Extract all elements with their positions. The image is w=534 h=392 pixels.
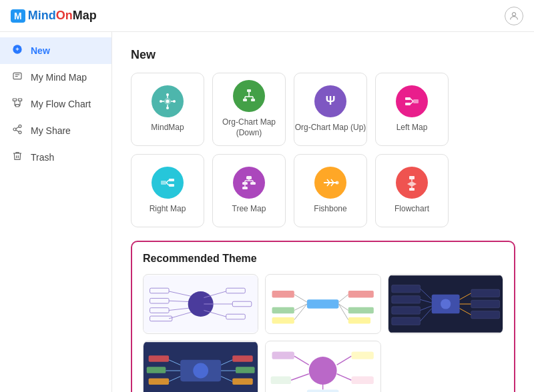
svg-text:Ψ: Ψ xyxy=(326,94,336,107)
svg-point-24 xyxy=(166,93,169,96)
svg-rect-36 xyxy=(405,97,411,100)
svg-rect-119 xyxy=(147,367,166,373)
svg-rect-89 xyxy=(272,317,294,324)
sidebar-item-label-my-share: My Share xyxy=(31,125,71,136)
my-mind-map-icon xyxy=(11,71,24,84)
svg-point-13 xyxy=(19,125,21,127)
map-type-left-map[interactable]: Left Map xyxy=(375,73,449,146)
svg-rect-131 xyxy=(272,351,294,359)
svg-rect-3 xyxy=(13,73,21,79)
main-content: + New My Mind Map My Flow Chart My Share xyxy=(0,32,534,392)
sidebar-item-label-new: New xyxy=(31,45,50,56)
mindmap-label: MindMap xyxy=(151,123,184,133)
left-map-label: Left Map xyxy=(396,123,428,133)
map-types-grid: MindMap Org-Chart Map(Down) xyxy=(131,73,515,227)
svg-point-115 xyxy=(193,363,208,379)
svg-line-17 xyxy=(16,127,19,129)
right-map-icon xyxy=(152,167,184,199)
top-bar: M MindOnMap xyxy=(0,0,534,32)
content-area: New xyxy=(112,32,534,392)
sidebar-item-my-mind-map[interactable]: My Mind Map xyxy=(0,64,111,91)
svg-rect-29 xyxy=(243,99,247,101)
map-type-org-chart-down[interactable]: Org-Chart Map(Down) xyxy=(212,73,286,146)
svg-rect-91 xyxy=(348,291,374,297)
svg-rect-110 xyxy=(471,300,499,307)
svg-point-0 xyxy=(512,12,515,15)
svg-rect-8 xyxy=(15,105,19,107)
svg-rect-47 xyxy=(242,182,248,185)
svg-rect-97 xyxy=(391,285,420,292)
svg-rect-121 xyxy=(149,378,169,385)
svg-rect-41 xyxy=(169,179,174,181)
sidebar-item-label-my-flow-chart: My Flow Chart xyxy=(31,99,91,109)
svg-rect-98 xyxy=(391,296,420,303)
org-chart-up-icon: Ψ xyxy=(314,85,346,117)
svg-marker-62 xyxy=(407,181,417,187)
svg-rect-30 xyxy=(251,99,255,101)
tree-map-icon xyxy=(233,167,265,199)
left-map-icon xyxy=(396,85,428,117)
map-type-right-map[interactable]: Right Map xyxy=(131,154,204,227)
my-flow-chart-icon xyxy=(11,97,24,111)
svg-point-25 xyxy=(166,107,169,109)
svg-rect-46 xyxy=(246,176,252,179)
svg-rect-139 xyxy=(307,390,339,392)
svg-line-16 xyxy=(16,130,19,132)
svg-rect-95 xyxy=(348,317,370,324)
recommended-section: Recommended Theme xyxy=(131,241,515,392)
svg-rect-137 xyxy=(352,377,374,384)
map-type-fishbone[interactable]: Fishbone xyxy=(294,154,367,227)
map-type-org-chart-up[interactable]: Ψ Org-Chart Map (Up) xyxy=(294,73,367,146)
my-share-icon xyxy=(11,124,24,137)
svg-text:+: + xyxy=(15,46,19,53)
svg-rect-6 xyxy=(13,99,16,101)
map-type-tree-map[interactable]: Tree Map xyxy=(212,154,286,227)
sidebar-item-label-trash: Trash xyxy=(31,152,54,163)
svg-rect-100 xyxy=(391,317,420,325)
flowchart-label: Flowchart xyxy=(394,204,429,215)
svg-point-15 xyxy=(19,131,21,134)
logo[interactable]: M MindOnMap xyxy=(11,9,97,23)
sidebar-item-my-flow-chart[interactable]: My Flow Chart xyxy=(0,91,111,117)
svg-rect-38 xyxy=(413,99,419,103)
svg-rect-123 xyxy=(232,355,252,362)
org-chart-up-label: Org-Chart Map (Up) xyxy=(295,123,366,133)
sidebar-item-my-share[interactable]: My Share xyxy=(0,117,111,144)
map-type-mindmap[interactable]: MindMap xyxy=(131,73,204,146)
svg-point-60 xyxy=(336,181,339,185)
sidebar-item-new[interactable]: + New xyxy=(0,37,111,64)
svg-line-44 xyxy=(166,180,169,183)
svg-rect-125 xyxy=(236,367,255,373)
svg-point-129 xyxy=(309,357,337,385)
svg-point-19 xyxy=(166,100,170,103)
fishbone-icon xyxy=(314,167,346,199)
theme-card-4[interactable] xyxy=(143,341,258,392)
sidebar-item-trash[interactable]: Trash xyxy=(0,144,111,171)
new-section-title: New xyxy=(131,48,515,62)
svg-line-39 xyxy=(411,99,413,101)
user-avatar-icon[interactable] xyxy=(505,7,523,25)
svg-rect-48 xyxy=(250,182,256,185)
svg-rect-83 xyxy=(307,299,339,308)
svg-rect-135 xyxy=(352,351,374,359)
svg-rect-42 xyxy=(169,184,174,187)
svg-rect-127 xyxy=(232,378,252,385)
right-map-label: Right Map xyxy=(150,204,186,215)
svg-rect-61 xyxy=(409,176,415,179)
theme-card-3[interactable] xyxy=(388,274,503,334)
svg-rect-49 xyxy=(242,187,248,189)
recommended-title: Recommended Theme xyxy=(143,253,503,265)
tree-map-label: Tree Map xyxy=(232,204,266,215)
theme-card-1[interactable] xyxy=(143,274,258,334)
svg-line-45 xyxy=(166,183,169,185)
theme-card-2[interactable] xyxy=(265,274,380,334)
theme-card-5[interactable] xyxy=(265,341,380,392)
svg-point-14 xyxy=(13,128,16,131)
logo-text: MindOnMap xyxy=(28,9,97,23)
svg-rect-133 xyxy=(271,377,291,384)
map-type-flowchart[interactable]: Flowchart xyxy=(375,154,449,227)
org-chart-down-label: Org-Chart Map(Down) xyxy=(222,117,276,138)
fishbone-label: Fishbone xyxy=(314,204,346,215)
svg-point-26 xyxy=(160,100,162,103)
org-chart-down-icon xyxy=(233,80,265,112)
